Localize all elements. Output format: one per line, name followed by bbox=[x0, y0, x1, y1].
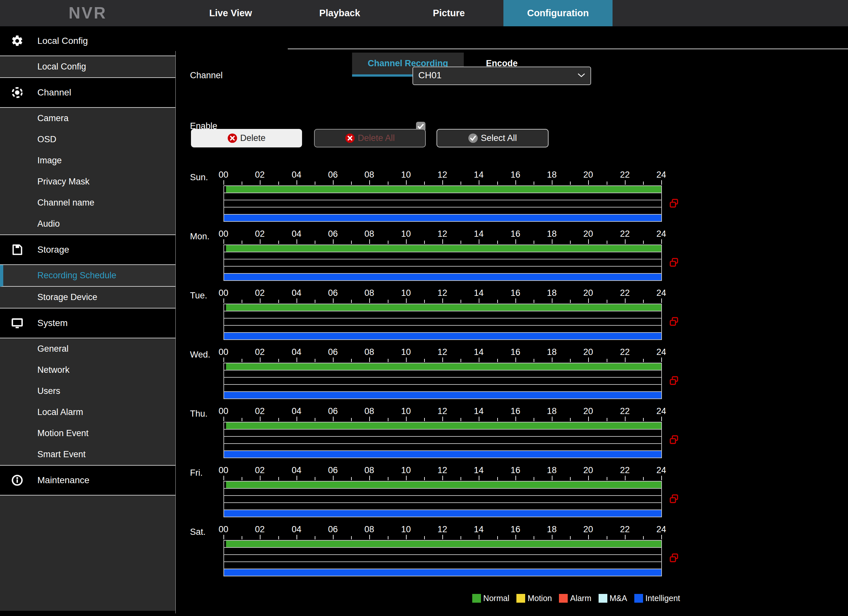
delete-x-icon bbox=[227, 133, 237, 143]
bar-normal[interactable] bbox=[226, 363, 661, 370]
track-normal[interactable] bbox=[224, 481, 661, 488]
track-alarm[interactable] bbox=[224, 200, 661, 207]
bar-intelligent[interactable] bbox=[224, 510, 661, 517]
delete-all-button[interactable]: Delete All bbox=[314, 129, 426, 147]
hour-label: 12 bbox=[432, 288, 453, 298]
bar-normal[interactable] bbox=[226, 186, 661, 192]
sidebar-item-channel-name[interactable]: Channel name bbox=[0, 192, 175, 213]
copy-schedule-icon[interactable] bbox=[669, 317, 679, 327]
legend-item-motion: Motion bbox=[516, 594, 552, 603]
track-alarm[interactable] bbox=[224, 377, 661, 384]
sidebar-item-network[interactable]: Network bbox=[0, 360, 175, 381]
track-motion[interactable] bbox=[224, 370, 661, 377]
track-normal[interactable] bbox=[224, 186, 661, 192]
sidebar-item-storage-device[interactable]: Storage Device bbox=[0, 287, 175, 308]
track-intelligent[interactable] bbox=[224, 569, 661, 576]
track-alarm[interactable] bbox=[224, 318, 661, 325]
track-normal[interactable] bbox=[224, 304, 661, 311]
track-intelligent[interactable] bbox=[224, 391, 661, 398]
hour-tick bbox=[607, 477, 607, 480]
sidebar-item-users[interactable]: Users bbox=[0, 381, 175, 402]
track-ma[interactable] bbox=[224, 443, 661, 450]
sidebar-item-privacy-mask[interactable]: Privacy Mask bbox=[0, 171, 175, 192]
main-tabs: Live ViewPlaybackPictureConfiguration bbox=[176, 0, 612, 26]
copy-schedule-icon[interactable] bbox=[669, 376, 679, 386]
hour-tick bbox=[260, 535, 261, 539]
sidebar-section-channel[interactable]: Channel bbox=[0, 78, 175, 108]
sidebar-item-local-config[interactable]: Local Config bbox=[0, 56, 175, 77]
bar-normal[interactable] bbox=[226, 304, 661, 311]
sidebar-item-motion-event[interactable]: Motion Event bbox=[0, 423, 175, 444]
hour-tick bbox=[607, 536, 607, 539]
hour-tick bbox=[297, 417, 297, 421]
select-all-button[interactable]: Select All bbox=[436, 129, 549, 147]
bar-intelligent[interactable] bbox=[224, 451, 661, 458]
track-intelligent[interactable] bbox=[224, 450, 661, 458]
hour-tick bbox=[388, 477, 388, 480]
track-alarm[interactable] bbox=[224, 495, 661, 502]
track-motion[interactable] bbox=[224, 488, 661, 495]
track-intelligent[interactable] bbox=[224, 509, 661, 517]
track-ma[interactable] bbox=[224, 502, 661, 509]
sidebar-item-local-alarm[interactable]: Local Alarm bbox=[0, 402, 175, 423]
track-motion[interactable] bbox=[224, 547, 661, 554]
bar-normal[interactable] bbox=[226, 245, 661, 252]
sidebar-item-smart-event[interactable]: Smart Event bbox=[0, 444, 175, 465]
sidebar-item-osd[interactable]: OSD bbox=[0, 129, 175, 150]
track-motion[interactable] bbox=[224, 252, 661, 259]
hour-tick bbox=[369, 535, 370, 539]
bar-intelligent[interactable] bbox=[224, 569, 661, 576]
track-alarm[interactable] bbox=[224, 436, 661, 443]
track-ma[interactable] bbox=[224, 266, 661, 273]
bar-normal[interactable] bbox=[226, 540, 661, 547]
main-tab-live-view[interactable]: Live View bbox=[176, 0, 285, 26]
track-ma[interactable] bbox=[224, 561, 661, 569]
main-tab-playback[interactable]: Playback bbox=[285, 0, 394, 26]
channel-select[interactable]: CH01 bbox=[412, 67, 591, 85]
track-ma[interactable] bbox=[224, 325, 661, 332]
track-normal[interactable] bbox=[224, 363, 661, 370]
track-alarm[interactable] bbox=[224, 554, 661, 561]
sidebar-item-camera[interactable]: Camera bbox=[0, 108, 175, 129]
delete-button[interactable]: Delete bbox=[191, 129, 302, 147]
copy-schedule-icon[interactable] bbox=[669, 553, 679, 563]
sidebar-section-local-config[interactable]: Local Config bbox=[0, 26, 175, 56]
track-normal[interactable] bbox=[224, 540, 661, 547]
sidebar-item-general[interactable]: General bbox=[0, 338, 175, 360]
bar-intelligent[interactable] bbox=[224, 215, 661, 221]
sidebar-section-label: Local Config bbox=[37, 36, 88, 46]
sidebar-section-maintenance[interactable]: Maintenance bbox=[0, 466, 175, 496]
hour-tick bbox=[461, 359, 461, 362]
copy-schedule-icon[interactable] bbox=[669, 198, 679, 209]
copy-schedule-icon[interactable] bbox=[669, 258, 679, 268]
bar-intelligent[interactable] bbox=[224, 392, 661, 398]
sidebar-section-system[interactable]: System bbox=[0, 308, 175, 338]
track-intelligent[interactable] bbox=[224, 214, 661, 221]
main-tab-configuration[interactable]: Configuration bbox=[503, 0, 612, 26]
sidebar-item-recording-schedule[interactable]: Recording Schedule bbox=[0, 265, 175, 287]
sidebar-item-image[interactable]: Image bbox=[0, 150, 175, 171]
track-alarm[interactable] bbox=[224, 259, 661, 266]
track-normal[interactable] bbox=[224, 422, 661, 429]
track-motion[interactable] bbox=[224, 192, 661, 200]
track-motion[interactable] bbox=[224, 311, 661, 318]
track-intelligent[interactable] bbox=[224, 332, 661, 339]
track-motion[interactable] bbox=[224, 429, 661, 436]
main-tab-picture[interactable]: Picture bbox=[394, 0, 503, 26]
hour-label: 20 bbox=[578, 524, 599, 535]
bar-normal[interactable] bbox=[226, 481, 661, 488]
sidebar-section-storage[interactable]: Storage bbox=[0, 235, 175, 265]
hour-tick bbox=[406, 535, 407, 539]
track-ma[interactable] bbox=[224, 384, 661, 391]
copy-schedule-icon[interactable] bbox=[669, 435, 679, 445]
copy-schedule-icon[interactable] bbox=[669, 494, 679, 504]
bar-intelligent[interactable] bbox=[224, 333, 661, 339]
track-intelligent[interactable] bbox=[224, 273, 661, 280]
bar-intelligent[interactable] bbox=[224, 274, 661, 280]
track-normal[interactable] bbox=[224, 245, 661, 252]
bar-normal[interactable] bbox=[226, 422, 661, 429]
sidebar-item-audio[interactable]: Audio bbox=[0, 213, 175, 234]
day-label: Fri. bbox=[190, 468, 203, 478]
hour-label: 12 bbox=[432, 406, 453, 416]
track-ma[interactable] bbox=[224, 207, 661, 214]
